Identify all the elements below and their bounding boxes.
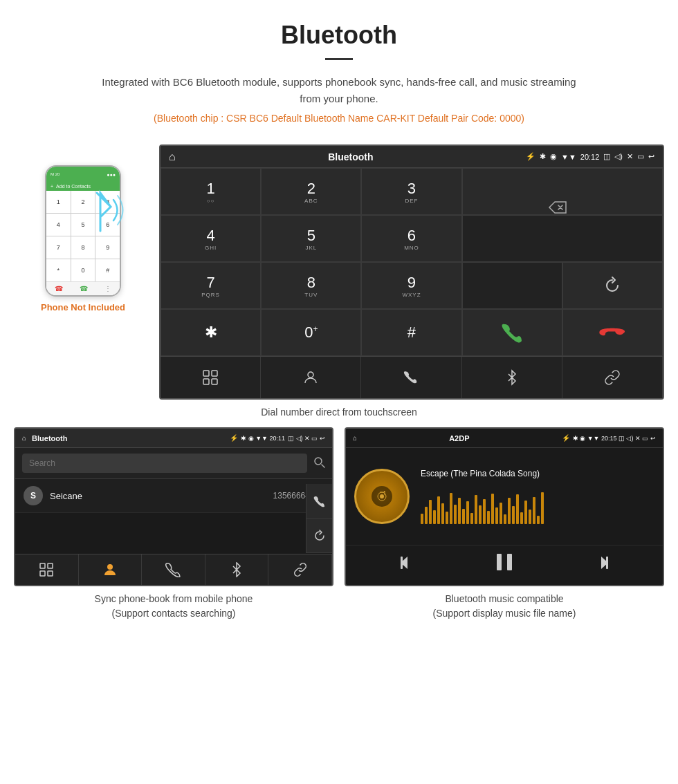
car-btn-phone[interactable]: [361, 357, 461, 398]
car-dialpad-grid: 1 ○○ 2 ABC 3 DEF: [161, 168, 663, 356]
svg-rect-7: [48, 563, 53, 568]
pb-bottom-bluetooth[interactable]: [205, 554, 269, 585]
phonebook-screen: ⌂ Bluetooth ⚡ ✱ ◉ ▼▼ 20:11 ◫ ◁) ✕ ▭ ↩ S: [14, 427, 333, 586]
music-status-bar: ⌂ A2DP ⚡ ✱ ◉ ▼▼ 20:15 ◫ ◁) ✕ ▭ ↩: [346, 429, 663, 448]
dial-key-6[interactable]: 6 MNO: [361, 215, 461, 262]
dial-call-btn[interactable]: [462, 309, 562, 356]
music-visualizer: [421, 489, 654, 524]
car-btn-bluetooth[interactable]: [462, 357, 562, 398]
phone-mockup-wrapper: M 20 ●●● + Add to Contacts 1 2 3 4 5 6 7: [14, 144, 152, 312]
pb-bottom-contacts[interactable]: [79, 554, 143, 585]
dial-end-call-btn[interactable]: [562, 309, 663, 356]
dial-refresh-btn[interactable]: [562, 262, 663, 309]
music-album-art: [354, 469, 410, 524]
music-controls: [346, 545, 663, 585]
phonebook-caption: Sync phone-book from mobile phone (Suppo…: [14, 592, 333, 621]
music-info: Escape (The Pina Colada Song): [421, 469, 654, 524]
dial-key-hash[interactable]: #: [361, 309, 461, 356]
vis-bar: [475, 495, 477, 524]
vis-bar: [454, 505, 457, 524]
dial-key-0[interactable]: 0+: [261, 309, 361, 356]
pb-bottom-grid[interactable]: [15, 554, 79, 585]
car-dialer-screen: ⌂ Bluetooth ⚡ ✱ ◉ ▼▼ 20:12 ◫ ◁) ✕ ▭ ↩: [159, 144, 664, 400]
vis-bar: [516, 494, 519, 524]
music-song-title: Escape (The Pina Colada Song): [421, 469, 654, 478]
music-play-pause-btn[interactable]: [493, 551, 515, 578]
music-screen: ⌂ A2DP ⚡ ✱ ◉ ▼▼ 20:15 ◫ ◁) ✕ ▭ ↩: [345, 427, 664, 586]
dial-key-4[interactable]: 4 GHI: [161, 215, 261, 262]
phone-key-1: 1: [46, 191, 71, 213]
pb-bottom-link[interactable]: [268, 554, 332, 585]
vis-bar: [487, 511, 490, 524]
page-header: Bluetooth Integrated with BC6 Bluetooth …: [0, 0, 678, 144]
car-screen-container: ⌂ Bluetooth ⚡ ✱ ◉ ▼▼ 20:12 ◫ ◁) ✕ ▭ ↩: [159, 144, 664, 400]
music-title: A2DP: [357, 434, 562, 442]
phone-key-star: *: [46, 259, 71, 281]
phonebook-item: ⌂ Bluetooth ⚡ ✱ ◉ ▼▼ 20:11 ◫ ◁) ✕ ▭ ↩ S: [14, 427, 333, 621]
pb-search-input[interactable]: [22, 454, 307, 473]
phone-key-8: 8: [71, 236, 95, 259]
music-forward-btn[interactable]: [592, 553, 611, 576]
pb-contact-name: Seicane: [50, 491, 273, 501]
svg-rect-2: [203, 379, 209, 384]
svg-point-4: [308, 372, 313, 377]
music-album-inner: [372, 486, 392, 507]
pb-spacer: [15, 513, 332, 554]
dial-empty-3-4: [462, 262, 562, 309]
vis-bar: [479, 505, 482, 524]
vis-bar: [529, 510, 531, 524]
phone-key-hash: #: [95, 259, 120, 281]
car-back-icon: ↩: [648, 152, 654, 161]
dial-key-3[interactable]: 3 DEF: [361, 168, 461, 215]
music-caption: Bluetooth music compatible (Support disp…: [345, 592, 664, 621]
phone-bottom-icon3: ⋮: [104, 285, 111, 292]
pb-bottom-phone[interactable]: [142, 554, 205, 585]
dial-key-star[interactable]: ✱: [161, 309, 261, 356]
vis-bar: [500, 503, 502, 524]
page-specs: (Bluetooth chip : CSR BC6 Default Blueto…: [14, 113, 664, 124]
svg-rect-6: [40, 563, 45, 568]
dial-key-7[interactable]: 7 PQRS: [161, 262, 261, 309]
pb-side-call-icon[interactable]: [306, 484, 332, 519]
car-home-icon: ⌂: [169, 151, 176, 163]
svg-point-5: [315, 458, 322, 465]
car-location-icon: ◉: [550, 152, 557, 161]
music-item: ⌂ A2DP ⚡ ✱ ◉ ▼▼ 20:15 ◫ ◁) ✕ ▭ ↩: [345, 427, 664, 621]
dialer-caption: Dial number direct from touchscreen: [0, 407, 678, 418]
dial-key-9[interactable]: 9 WXYZ: [361, 262, 461, 309]
dial-key-5[interactable]: 5 JKL: [261, 215, 361, 262]
pb-side-refresh-icon[interactable]: [306, 519, 332, 553]
backspace-icon[interactable]: [548, 200, 567, 214]
car-time: 20:12: [580, 153, 600, 161]
pb-title: Bluetooth: [32, 434, 230, 442]
main-section: M 20 ●●● + Add to Contacts 1 2 3 4 5 6 7: [0, 144, 678, 400]
car-camera-icon: ◫: [603, 152, 610, 161]
dial-key-8[interactable]: 8 TUV: [261, 262, 361, 309]
vis-bar: [541, 492, 544, 524]
title-underline: [325, 58, 353, 60]
pb-contact-avatar: S: [24, 486, 43, 505]
pb-status-bar: ⌂ Bluetooth ⚡ ✱ ◉ ▼▼ 20:11 ◫ ◁) ✕ ▭ ↩: [15, 429, 332, 448]
pb-cam-icon: ◫ ◁) ✕ ▭ ↩: [288, 435, 325, 442]
pb-contact-row[interactable]: S Seicane 13566664466: [15, 479, 332, 513]
svg-point-11: [380, 494, 384, 498]
car-screen-icon: ▭: [637, 152, 644, 161]
music-rewind-btn[interactable]: [398, 553, 417, 576]
svg-rect-9: [48, 571, 53, 576]
car-btn-grid[interactable]: [161, 357, 261, 398]
pb-home-icon: ⌂: [22, 434, 26, 442]
car-btn-contacts[interactable]: [261, 357, 361, 398]
pb-usb-icon: ⚡: [230, 434, 238, 442]
phone-bottom-icon1: ☎: [55, 285, 63, 292]
dial-key-1[interactable]: 1 ○○: [161, 168, 261, 215]
pb-bottom-bar: [15, 554, 332, 585]
vis-bar: [466, 501, 469, 524]
car-btn-link[interactable]: [562, 357, 663, 398]
vis-bar: [429, 500, 432, 524]
vis-bar: [504, 514, 506, 524]
pb-side-icons: [306, 484, 332, 553]
vis-bar: [520, 512, 523, 524]
vis-bar: [470, 513, 473, 524]
phone-bottom-icon2: ☎: [80, 285, 88, 292]
dial-key-2[interactable]: 2 ABC: [261, 168, 361, 215]
